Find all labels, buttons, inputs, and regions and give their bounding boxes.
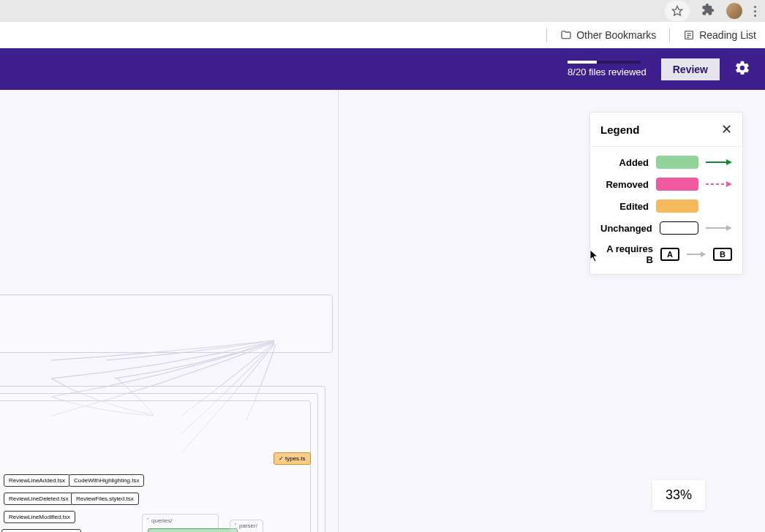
legend-label: A requires B (600, 243, 653, 265)
file-node[interactable]: useChangeSetComments.ts (148, 528, 238, 532)
file-node[interactable]: ReviewLineUnchanged.tsx (1, 529, 81, 532)
folder-label-parser[interactable]: parser/ (234, 522, 257, 529)
progress-bar (568, 61, 641, 64)
mouse-cursor-icon (589, 249, 600, 265)
legend-label: Removed (600, 179, 649, 190)
legend-label: Unchanged (600, 223, 652, 234)
reading-list-button[interactable]: Reading List (683, 29, 756, 41)
legend-row-unchanged: Unchanged (600, 221, 732, 235)
requires-box-a: A (660, 248, 679, 261)
arrow-unchanged-icon (706, 224, 732, 232)
review-button[interactable]: Review (661, 58, 720, 80)
divider (669, 28, 670, 42)
progress-label: 8/20 files reviewed (568, 66, 647, 77)
legend-row-requires: A requires B A B (600, 243, 732, 265)
app-header: 8/20 files reviewed Review (0, 48, 765, 90)
folder-box (0, 294, 333, 353)
svg-marker-10 (726, 225, 732, 231)
legend-panel: Legend ✕ Added Removed Edited (589, 112, 743, 275)
graph-canvas[interactable]: types.ts ReviewLineAdded.tsx CodeWithHig… (0, 90, 765, 532)
file-node[interactable]: ReviewLineModified.tsx (4, 511, 75, 523)
swatch-removed (656, 178, 698, 191)
file-node[interactable]: ReviewLineDeleted.tsx (4, 493, 73, 505)
progress-bar-fill (568, 61, 597, 64)
legend-label: Edited (600, 201, 649, 212)
bookmark-star-icon[interactable] (665, 1, 690, 21)
panel-divider[interactable] (338, 90, 339, 532)
profile-avatar[interactable] (726, 3, 742, 19)
legend-close-icon[interactable]: ✕ (721, 121, 732, 137)
requires-box-b: B (713, 248, 732, 261)
folder-label-queries[interactable]: queries/ (146, 517, 172, 524)
svg-marker-0 (672, 6, 682, 15)
legend-title: Legend (600, 123, 639, 136)
bookmarks-bar: Other Bookmarks Reading List (0, 22, 765, 48)
browser-menu-icon[interactable] (754, 6, 756, 17)
legend-row-added: Added (600, 156, 732, 169)
extensions-icon[interactable] (701, 3, 715, 19)
settings-gear-icon[interactable] (734, 60, 750, 79)
dependency-graph: types.ts ReviewLineAdded.tsx CodeWithHig… (0, 207, 338, 528)
file-node[interactable]: CodeWithHighlighting.tsx (69, 474, 144, 487)
arrow-removed-icon (706, 180, 732, 188)
legend-body: Added Removed Edited Unchanged (590, 147, 742, 274)
swatch-added (656, 156, 698, 169)
svg-marker-8 (726, 181, 732, 187)
arrow-requires-icon (687, 251, 706, 258)
file-node[interactable]: ReviewLineAdded.tsx (4, 474, 70, 487)
zoom-indicator[interactable]: 33% (652, 480, 705, 510)
file-node[interactable]: ReviewFiles.styled.tsx (71, 493, 139, 505)
file-node-types[interactable]: types.ts (274, 452, 311, 465)
divider (546, 28, 547, 42)
arrow-added-icon (706, 159, 732, 166)
reading-list-label: Reading List (699, 29, 756, 41)
other-bookmarks-label: Other Bookmarks (576, 29, 656, 41)
review-progress: 8/20 files reviewed (568, 61, 647, 77)
swatch-unchanged (660, 221, 698, 235)
swatch-edited (656, 200, 698, 213)
other-bookmarks-button[interactable]: Other Bookmarks (560, 29, 656, 41)
legend-row-edited: Edited (600, 200, 732, 213)
legend-header: Legend ✕ (590, 113, 742, 147)
legend-row-removed: Removed (600, 178, 732, 191)
svg-marker-6 (726, 159, 732, 165)
legend-label: Added (600, 157, 649, 168)
svg-marker-12 (701, 251, 706, 257)
browser-toolbar (0, 0, 765, 22)
